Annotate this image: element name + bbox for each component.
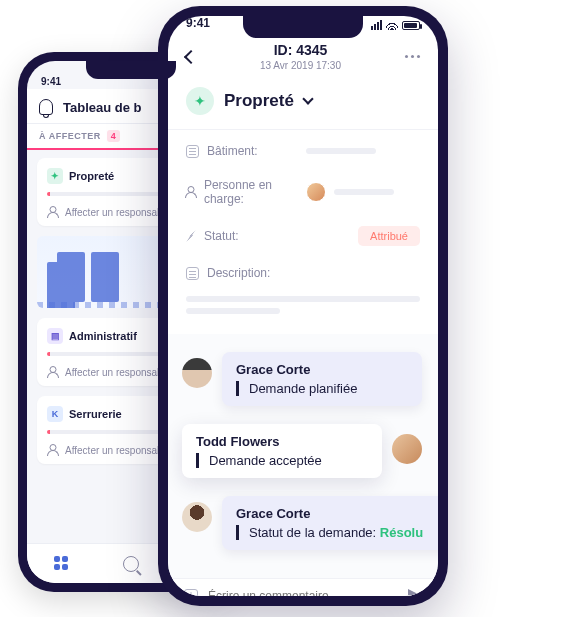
sparkle-icon: ✦ (47, 168, 63, 184)
grid-icon[interactable] (54, 556, 70, 572)
avatar (306, 182, 326, 202)
assign-label: Affecter un responsab (65, 207, 163, 218)
comment-item: Grace Corte Demande planifiée (182, 352, 424, 406)
person-icon (186, 186, 196, 198)
status-icons (371, 20, 420, 30)
ticket-datetime: 13 Avr 2019 17:30 (260, 60, 341, 71)
field-person: Personne en charge: (168, 168, 438, 216)
card-title: Propreté (69, 170, 114, 182)
signal-icon (371, 20, 382, 30)
bell-icon[interactable] (39, 99, 53, 115)
bolt-icon (186, 229, 196, 243)
category-selector[interactable]: ✦ Propreté (168, 81, 438, 130)
assign-label: Affecter un responsab (65, 445, 163, 456)
assign-label: Affecter un responsab (65, 367, 163, 378)
skeleton (306, 148, 376, 154)
battery-icon (402, 21, 420, 30)
notch (243, 16, 363, 38)
field-label: Personne en charge: (204, 178, 296, 206)
filter-count: 4 (107, 130, 121, 142)
lock-icon: K (47, 406, 63, 422)
chevron-down-icon (302, 93, 313, 104)
detail-header: ID: 4345 13 Avr 2019 17:30 (168, 34, 438, 81)
skeleton (186, 308, 280, 314)
comment-text-part: Statut de la demande: (249, 525, 380, 540)
card-title: Serrurerie (69, 408, 122, 420)
status-badge: Attribué (358, 226, 420, 246)
front-screen: 9:41 ID: 4345 13 Avr 2019 17:30 ✦ Propre… (168, 16, 438, 596)
comment-item: Grace Corte Statut de la demande: Résolu (182, 496, 438, 550)
attachment-icon[interactable] (184, 589, 198, 596)
field-label: Bâtiment: (207, 144, 258, 158)
field-label: Description: (207, 266, 270, 280)
ticket-id: ID: 4345 (260, 42, 341, 58)
comment-author: Grace Corte (236, 506, 438, 521)
more-button[interactable] (405, 55, 420, 58)
document-icon (186, 267, 199, 280)
back-title: Tableau de b (63, 100, 142, 115)
avatar (392, 434, 422, 464)
building-icon (186, 145, 199, 158)
comment-input[interactable] (208, 589, 398, 596)
wifi-icon (386, 21, 398, 30)
comment-bubble: Grace Corte Demande planifiée (222, 352, 422, 406)
comment-author: Todd Flowers (196, 434, 368, 449)
comment-text: Demande planifiée (236, 381, 408, 396)
field-description: Description: (168, 256, 438, 290)
notch (86, 61, 176, 79)
avatar (182, 358, 212, 388)
description-block (168, 296, 438, 330)
field-building: Bâtiment: (168, 134, 438, 168)
sparkle-icon: ✦ (186, 87, 214, 115)
person-icon (47, 206, 59, 218)
field-status: Statut: Attribué (168, 216, 438, 256)
filter-label: À AFFECTER (39, 131, 101, 141)
comment-bubble: Grace Corte Statut de la demande: Résolu (222, 496, 438, 550)
header-center: ID: 4345 13 Avr 2019 17:30 (260, 42, 341, 71)
phone-front: 9:41 ID: 4345 13 Avr 2019 17:30 ✦ Propre… (158, 6, 448, 606)
back-button[interactable] (184, 49, 198, 63)
skeleton (334, 189, 394, 195)
person-icon (47, 366, 59, 378)
comment-text: Statut de la demande: Résolu (236, 525, 438, 540)
comment-author: Grace Corte (236, 362, 408, 377)
avatar (182, 502, 212, 532)
send-icon[interactable] (408, 589, 422, 596)
admin-icon: ▤ (47, 328, 63, 344)
person-icon (47, 444, 59, 456)
detail-list: Bâtiment: Personne en charge: Statut: (168, 130, 438, 334)
category-name: Propreté (224, 91, 294, 111)
card-title: Administratif (69, 330, 137, 342)
status-time: 9:41 (186, 16, 210, 30)
comment-bubble: Todd Flowers Demande acceptée (182, 424, 382, 478)
search-icon[interactable] (123, 556, 139, 572)
status-time: 9:41 (41, 76, 61, 87)
comment-text: Demande acceptée (196, 453, 368, 468)
comments-thread: Grace Corte Demande planifiée Todd Flowe… (168, 334, 438, 578)
skeleton (186, 296, 420, 302)
comment-composer (168, 578, 438, 596)
status-resolved: Résolu (380, 525, 423, 540)
field-label: Statut: (204, 229, 239, 243)
comment-item: Todd Flowers Demande acceptée (182, 424, 438, 478)
